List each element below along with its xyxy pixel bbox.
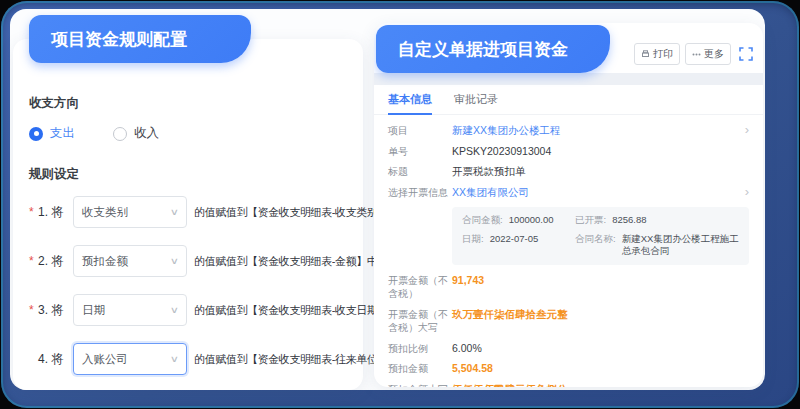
cell-value: 8256.88: [612, 214, 646, 226]
field-row-invoice-amount: 开票金额（不含税） 91,743: [388, 274, 749, 301]
field-label: 开票金额（不含税）: [388, 274, 452, 301]
field-label: 选择开票信息: [388, 186, 452, 200]
select-value: 收支类别: [82, 205, 128, 220]
rule-row-2: * 2. 将 预扣金额 ∨ 的值赋值到【资金收支明细表-金额】中: [29, 245, 347, 277]
print-button-label: 打印: [653, 47, 673, 61]
rule-row-3: * 3. 将 日期 ∨ 的值赋值到【资金收支明细表-收支日期】中: [29, 294, 347, 326]
rule-number: 1. 将: [38, 204, 73, 221]
field-label: 标题: [388, 165, 452, 179]
cell-value: 新建XX集团办公楼工程施工总承包合同: [622, 233, 739, 258]
left-panel-title-tag: 项目资金规则配置: [29, 15, 251, 63]
cell-label: 已开票:: [575, 214, 606, 226]
select-value: 入账公司: [82, 352, 128, 367]
field-row-invoice-amount-caps: 开票金额（不含税）大写 玖万壹仟柒佰肆拾叁元整: [388, 308, 749, 335]
radio-income-label: 收入: [134, 125, 159, 142]
chevron-right-icon: ›: [745, 185, 749, 198]
cell-value: 2022-07-05: [490, 233, 539, 258]
chevron-down-icon: ∨: [170, 354, 179, 364]
rule-number: 3. 将: [38, 302, 73, 319]
rule-1-field-select[interactable]: 收支类别 ∨: [73, 196, 187, 228]
more-button-label: 更多: [704, 47, 724, 61]
contract-info-box: 合同金额: 100000.00 已开票: 8256.88 日期: 2022-07…: [452, 207, 749, 265]
chevron-down-icon: ∨: [170, 207, 179, 217]
rule-text: 的值赋值到【资金收支明细表-收支类别】中: [194, 205, 399, 220]
field-value: KPSKY20230913004: [452, 145, 551, 159]
field-label: 项目: [388, 124, 452, 138]
cell-label: 日期:: [462, 233, 484, 258]
header-separator-band: [374, 73, 763, 85]
fullscreen-button[interactable]: [739, 47, 753, 61]
right-panel-header: 自定义单据进项目资金 打印 更多: [374, 23, 763, 73]
radio-expense[interactable]: 支出: [29, 125, 75, 142]
canvas-background: 项目资金规则配置 收支方向 支出 收入 规则设定 * 1: [10, 9, 765, 390]
chevron-down-icon: ∨: [170, 305, 179, 315]
header-toolbar: 打印 更多: [634, 43, 753, 65]
field-row-withhold-amount: 预扣金额 5,504.58: [388, 362, 749, 376]
direction-section-label: 收支方向: [29, 95, 347, 112]
required-asterisk: *: [29, 254, 38, 268]
chevron-right-icon: ›: [745, 123, 749, 136]
more-icon: [692, 50, 701, 59]
right-panel-title: 自定义单据进项目资金: [398, 38, 568, 61]
tab-basic-info[interactable]: 基本信息: [388, 92, 432, 115]
field-row-project[interactable]: 项目 新建XX集团办公楼工程 ›: [388, 124, 749, 138]
radio-selected-icon: [29, 127, 43, 141]
tab-approval-record[interactable]: 审批记录: [454, 92, 498, 114]
cell-label: 合同金额:: [462, 214, 503, 226]
rule-2-field-select[interactable]: 预扣金额 ∨: [73, 245, 187, 277]
rule-4-field-select[interactable]: 入账公司 ∨: [73, 343, 187, 375]
print-icon: [641, 50, 650, 59]
field-row-invoice-info[interactable]: 选择开票信息 XX集团有限公司 ›: [388, 186, 749, 200]
field-label: 预扣金额大写: [388, 383, 452, 387]
right-panel-title-tag: 自定义单据进项目资金: [376, 25, 610, 73]
radio-income[interactable]: 收入: [113, 125, 159, 142]
field-label: 开票金额（不含税）大写: [388, 308, 452, 335]
left-panel-body: 收支方向 支出 收入 规则设定 * 1. 将 收支类别: [13, 39, 363, 375]
direction-radio-group: 支出 收入: [29, 125, 347, 142]
radio-unselected-icon: [113, 127, 127, 141]
left-panel-rule-config: 项目资金规则配置 收支方向 支出 收入 规则设定 * 1: [13, 39, 363, 390]
rule-3-field-select[interactable]: 日期 ∨: [73, 294, 187, 326]
select-value: 日期: [82, 303, 105, 318]
fullscreen-icon: [739, 47, 753, 61]
field-row-withhold-amount-caps: 预扣金额大写 伍仟伍佰零肆元伍角捌分: [388, 383, 749, 387]
rule-text: 的值赋值到【资金收支明细表-金额】中: [194, 254, 377, 269]
field-label: 预扣比例: [388, 342, 452, 356]
rule-text: 的值赋值到【资金收支明细表-收支日期】中: [194, 303, 399, 318]
radio-expense-label: 支出: [50, 125, 75, 142]
contract-date-cell: 日期: 2022-07-05: [462, 233, 575, 258]
contract-name-cell: 合同名称: 新建XX集团办公楼工程施工总承包合同: [575, 233, 739, 258]
field-label: 预扣金额: [388, 362, 452, 376]
cell-label: 合同名称:: [575, 233, 616, 258]
required-asterisk: *: [29, 303, 38, 317]
field-value-highlight: 玖万壹仟柒佰肆拾叁元整: [452, 308, 568, 322]
invoiced-amount-cell: 已开票: 8256.88: [575, 214, 739, 226]
detail-tabs: 基本信息 审批记录: [374, 85, 763, 115]
detail-field-list: 项目 新建XX集团办公楼工程 › 单号 KPSKY20230913004 标题 …: [374, 115, 763, 387]
field-value: 6.00%: [452, 342, 482, 356]
print-button[interactable]: 打印: [634, 43, 680, 65]
rule-row-4: 4. 将 入账公司 ∨ 的值赋值到【资金收支明细表-往来单位】中: [29, 343, 347, 375]
invoice-company-link[interactable]: XX集团有限公司: [452, 186, 529, 200]
cell-value: 100000.00: [509, 214, 554, 226]
field-value-highlight: 伍仟伍佰零肆元伍角捌分: [452, 383, 568, 387]
select-value: 预扣金额: [82, 254, 128, 269]
field-row-withhold-ratio: 预扣比例 6.00%: [388, 342, 749, 356]
project-link[interactable]: 新建XX集团办公楼工程: [452, 124, 561, 138]
contract-amount-cell: 合同金额: 100000.00: [462, 214, 575, 226]
rule-text: 的值赋值到【资金收支明细表-往来单位】中: [194, 352, 399, 367]
field-row-title: 标题 开票税款预扣单: [388, 165, 749, 179]
field-value-highlight: 91,743: [452, 274, 484, 288]
required-asterisk: *: [29, 205, 38, 219]
more-button[interactable]: 更多: [685, 43, 731, 65]
chevron-down-icon: ∨: [170, 256, 179, 266]
rule-row-1: * 1. 将 收支类别 ∨ 的值赋值到【资金收支明细表-收支类别】中: [29, 196, 347, 228]
rule-number: 2. 将: [38, 253, 73, 270]
field-value-highlight: 5,504.58: [452, 362, 493, 376]
decorative-frame: 项目资金规则配置 收支方向 支出 收入 规则设定 * 1: [1, 1, 799, 408]
rule-number: 4. 将: [38, 351, 73, 368]
field-label: 单号: [388, 145, 452, 159]
left-panel-title: 项目资金规则配置: [51, 28, 187, 51]
field-row-doc-number: 单号 KPSKY20230913004: [388, 145, 749, 159]
rules-section-label: 规则设定: [29, 166, 347, 183]
